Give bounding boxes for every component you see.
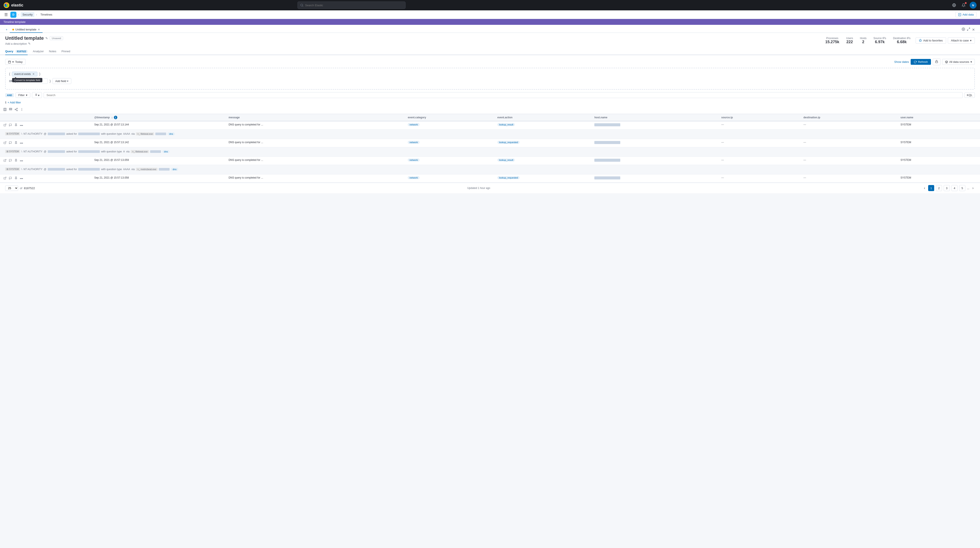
- more-options-btn[interactable]: [19, 107, 24, 113]
- page-btn-5[interactable]: 5: [959, 185, 965, 191]
- row-height-btn[interactable]: [8, 107, 13, 113]
- user-avatar[interactable]: N: [970, 2, 977, 9]
- search-filter-input[interactable]: [44, 92, 963, 98]
- search-input[interactable]: [305, 4, 403, 7]
- row-timestamp: Sep 21, 2021 @ 15:57:13.059: [92, 157, 226, 165]
- page-btn-2[interactable]: 2: [936, 185, 942, 191]
- add-filter-btn[interactable]: + Add filter: [8, 101, 21, 104]
- row-pin-btn[interactable]: [14, 176, 18, 181]
- th-message-label: message: [229, 116, 240, 119]
- breadcrumb-security[interactable]: Security: [21, 12, 34, 17]
- source-ips-label: Source IPs: [873, 37, 886, 40]
- stat-source-ips: Source IPs 6.97k: [873, 37, 886, 44]
- add-field-btn[interactable]: Add field ▾: [52, 78, 72, 84]
- breadcrumb-timelines[interactable]: Timelines: [39, 12, 54, 17]
- row-comment-btn[interactable]: [8, 123, 13, 128]
- add-data-btn[interactable]: Add data: [955, 12, 977, 17]
- tab-analyzer[interactable]: Analyzer: [33, 48, 44, 55]
- col-config-btn[interactable]: [3, 107, 7, 113]
- svg-rect-32: [9, 108, 12, 109]
- kql-btn[interactable]: KQL: [964, 92, 975, 98]
- page-btn-3[interactable]: 3: [944, 185, 950, 191]
- edit-title-btn[interactable]: ✎: [45, 37, 48, 40]
- processes-value: 15.275k: [825, 40, 839, 44]
- row-open-btn[interactable]: [3, 123, 7, 128]
- tab-notes[interactable]: Notes: [49, 48, 56, 55]
- th-dest-ip[interactable]: destination.ip: [801, 114, 898, 121]
- edit-description-btn[interactable]: ✎: [28, 42, 31, 45]
- new-template-btn[interactable]: ＋: [5, 28, 8, 32]
- lock-btn[interactable]: [933, 59, 940, 65]
- page-btn-4[interactable]: 4: [951, 185, 958, 191]
- row-more-btn[interactable]: •••: [19, 123, 24, 128]
- refresh-btn[interactable]: Refresh: [911, 59, 931, 65]
- row-pin-btn[interactable]: [14, 141, 18, 145]
- redacted-value: [48, 133, 65, 135]
- unsaved-dot: [12, 29, 14, 30]
- row-open-btn[interactable]: [3, 159, 7, 163]
- row-comment-btn[interactable]: [8, 141, 13, 145]
- add-to-favorites-btn[interactable]: Add to favorites: [916, 37, 946, 44]
- redacted-value: [48, 168, 65, 171]
- per-page-select[interactable]: 25 50 100: [5, 186, 18, 191]
- globe-icon-btn[interactable]: [951, 2, 958, 9]
- elastic-logo[interactable]: elastic: [3, 2, 23, 8]
- data-sources-btn[interactable]: All data sources ▾: [942, 59, 975, 65]
- expand-text: asked for: [66, 168, 77, 171]
- svg-rect-17: [8, 61, 11, 63]
- row-comment-btn[interactable]: [8, 159, 13, 163]
- th-username[interactable]: user.name: [898, 114, 980, 121]
- tab-pinned[interactable]: Pinned: [62, 48, 70, 55]
- expand-text: AAAA: [123, 168, 130, 171]
- th-category-label: event.category: [408, 116, 426, 119]
- total-records: 8187522: [24, 187, 35, 190]
- untitled-template-tab[interactable]: Untitled template ✕: [10, 27, 43, 33]
- next-page-btn[interactable]: ›: [971, 186, 975, 191]
- th-timestamp[interactable]: @timestamp ↓ 1: [92, 114, 226, 121]
- hamburger-menu-btn[interactable]: ☰: [3, 11, 9, 18]
- prev-page-btn[interactable]: ‹: [923, 186, 926, 191]
- d-badge[interactable]: D: [10, 12, 16, 18]
- close-template-btn[interactable]: ✕: [972, 27, 975, 32]
- row-action: lookup_requested: [495, 139, 592, 147]
- row-pin-btn[interactable]: [14, 123, 18, 128]
- stat-users: Users 222: [846, 37, 853, 44]
- show-dates-btn[interactable]: Show dates: [894, 60, 909, 64]
- close-tab-btn[interactable]: ✕: [38, 28, 40, 31]
- row-open-btn[interactable]: [3, 176, 7, 181]
- page-btn-1[interactable]: 1: [928, 185, 934, 191]
- expand-icon-btn[interactable]: [967, 27, 970, 32]
- row-more-btn[interactable]: •••: [19, 176, 24, 181]
- settings-icon-btn[interactable]: [962, 27, 965, 32]
- share-btn[interactable]: [14, 107, 19, 113]
- th-message[interactable]: message: [226, 114, 405, 121]
- query-tag-close-btn[interactable]: ✕: [32, 73, 35, 76]
- row-actions: •••: [0, 175, 92, 183]
- row-pin-btn[interactable]: [14, 159, 18, 163]
- filter-dropdown-btn[interactable]: Filter ▾: [16, 92, 30, 98]
- row-more-btn[interactable]: •••: [19, 159, 24, 163]
- svg-line-48: [5, 177, 6, 178]
- sort-icon: ↓: [111, 116, 113, 119]
- attach-to-case-btn[interactable]: Attach to case ▾: [948, 37, 975, 44]
- row-action: lookup_requested: [495, 175, 592, 183]
- th-event-category[interactable]: event.category: [405, 114, 495, 121]
- row-comment-btn[interactable]: [8, 176, 13, 181]
- of-label: of: [20, 187, 22, 190]
- calendar-icon: [8, 60, 11, 64]
- date-picker-btn[interactable]: ▾ Today: [5, 59, 25, 65]
- stats-group: Processes 15.275k Users 222 Hosts 2 Sour…: [825, 37, 911, 44]
- th-source-ip[interactable]: source.ip: [719, 114, 801, 121]
- bell-icon-btn[interactable]: [960, 2, 967, 9]
- th-event-action[interactable]: event.action: [495, 114, 592, 121]
- svg-line-46: [5, 159, 6, 160]
- tab-query[interactable]: Query 8187522: [5, 48, 28, 55]
- row-open-btn[interactable]: [3, 141, 7, 145]
- row-more-btn[interactable]: •••: [19, 141, 24, 145]
- filter-format-btn[interactable]: ▾: [32, 92, 42, 98]
- query-tag-event-id: event.id exists ✕ Convert to template fi…: [12, 71, 37, 76]
- th-hostname[interactable]: host.name: [592, 114, 719, 121]
- svg-rect-21: [935, 61, 938, 63]
- expand-text: NT AUTHORITY: [24, 132, 43, 135]
- search-bar[interactable]: [298, 2, 406, 9]
